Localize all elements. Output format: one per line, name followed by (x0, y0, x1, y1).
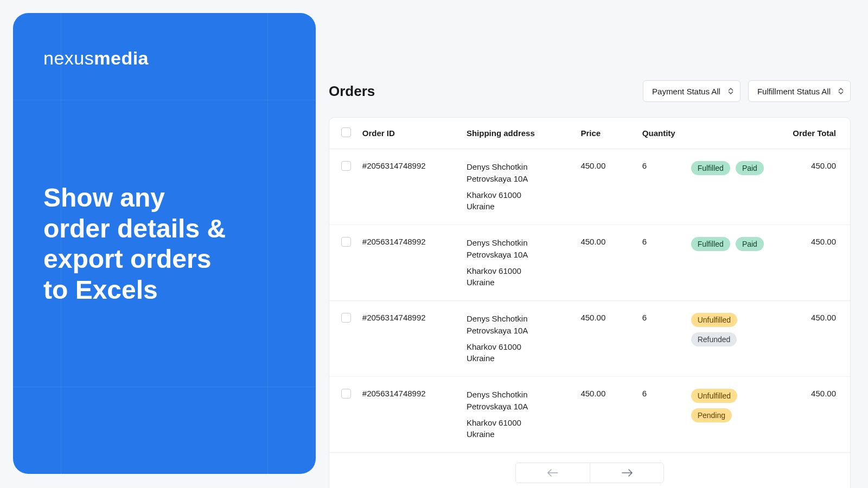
address-line: Denys Shchotkin (467, 237, 566, 249)
status-badge: Fulfilled (691, 237, 730, 251)
fulfillment-status-filter[interactable]: Fulfillment Status All (748, 80, 851, 102)
status-tags: FulfilledPaid (684, 149, 786, 225)
address-line: Ukraine (467, 428, 566, 440)
address-line: Denys Shchotkin (467, 161, 566, 173)
brand-text-bold: media (94, 48, 149, 68)
address-line: Ukraine (467, 277, 566, 288)
shipping-address: Denys ShchotkinPetrovskaya 10AKharkov 61… (459, 301, 573, 377)
address-line: Denys Shchotkin (467, 313, 566, 325)
price: 450.00 (573, 225, 634, 301)
shipping-address: Denys ShchotkinPetrovskaya 10AKharkov 61… (459, 377, 573, 453)
row-checkbox[interactable] (341, 161, 351, 171)
address-line: Petrovskaya 10A (467, 401, 566, 413)
row-checkbox[interactable] (341, 389, 351, 399)
status-badge: Unfulfilled (691, 389, 737, 403)
col-header-shipping: Shipping address (459, 118, 573, 149)
address-line: Kharkov 61000 (467, 417, 566, 429)
address-line: Denys Shchotkin (467, 389, 566, 401)
status-tags: UnfulfilledRefunded (684, 301, 786, 377)
row-checkbox[interactable] (341, 313, 351, 323)
arrow-left-icon (547, 469, 558, 477)
prev-page-button[interactable] (516, 463, 590, 483)
order-total: 450.00 (785, 225, 850, 301)
status-badge: Fulfilled (691, 161, 730, 175)
address-line: Kharkov 61000 (467, 265, 566, 277)
orders-panel: Orders Payment Status All Fulfillment St… (329, 13, 855, 488)
price: 450.00 (573, 149, 634, 225)
order-id[interactable]: #2056314748992 (355, 149, 459, 225)
status-tags: UnfulfilledPending (684, 377, 786, 453)
table-row: #2056314748992Denys ShchotkinPetrovskaya… (329, 149, 850, 225)
address-line: Ukraine (467, 201, 566, 213)
shipping-address: Denys ShchotkinPetrovskaya 10AKharkov 61… (459, 225, 573, 301)
order-total: 450.00 (785, 149, 850, 225)
price: 450.00 (573, 377, 634, 453)
select-caret-icon (838, 88, 844, 94)
order-id[interactable]: #2056314748992 (355, 225, 459, 301)
address-line: Petrovskaya 10A (467, 249, 566, 261)
col-header-price: Price (573, 118, 634, 149)
promo-headline: Show any order details & export orders t… (43, 183, 292, 306)
table-row: #2056314748992Denys ShchotkinPetrovskaya… (329, 301, 850, 377)
status-badge: Paid (736, 237, 764, 251)
pagination (329, 452, 850, 488)
payment-status-filter-label: Payment Status All (652, 87, 720, 96)
col-header-status (684, 118, 786, 149)
quantity: 6 (635, 149, 684, 225)
status-tags: FulfilledPaid (684, 225, 786, 301)
status-badge: Refunded (691, 332, 737, 346)
address-line: Ukraine (467, 352, 566, 364)
quantity: 6 (635, 301, 684, 377)
fulfillment-status-filter-label: Fulfillment Status All (757, 87, 831, 96)
select-all-checkbox[interactable] (341, 127, 351, 137)
address-line: Kharkov 61000 (467, 189, 566, 201)
price: 450.00 (573, 301, 634, 377)
orders-table: Order ID Shipping address Price Quantity… (329, 118, 850, 452)
col-header-order-id: Order ID (355, 118, 459, 149)
address-line: Kharkov 61000 (467, 341, 566, 353)
address-line: Petrovskaya 10A (467, 173, 566, 185)
brand-text-light: nexus (43, 48, 94, 68)
payment-status-filter[interactable]: Payment Status All (643, 80, 741, 102)
order-id[interactable]: #2056314748992 (355, 301, 459, 377)
status-badge: Pending (691, 408, 732, 422)
table-row: #2056314748992Denys ShchotkinPetrovskaya… (329, 225, 850, 301)
order-total: 450.00 (785, 301, 850, 377)
promo-card: nexusmedia Show any order details & expo… (13, 13, 316, 474)
row-checkbox[interactable] (341, 237, 351, 247)
order-total: 450.00 (785, 377, 850, 453)
address-line: Petrovskaya 10A (467, 325, 566, 337)
quantity: 6 (635, 225, 684, 301)
status-badge: Paid (736, 161, 764, 175)
shipping-address: Denys ShchotkinPetrovskaya 10AKharkov 61… (459, 149, 573, 225)
page-title: Orders (329, 83, 375, 100)
orders-table-card: Order ID Shipping address Price Quantity… (329, 117, 851, 488)
next-page-button[interactable] (590, 463, 663, 483)
quantity: 6 (635, 377, 684, 453)
order-id[interactable]: #2056314748992 (355, 377, 459, 453)
status-badge: Unfulfilled (691, 313, 737, 327)
table-row: #2056314748992Denys ShchotkinPetrovskaya… (329, 377, 850, 453)
arrow-right-icon (622, 469, 633, 477)
select-caret-icon (728, 88, 733, 94)
col-header-total: Order Total (785, 118, 850, 149)
col-header-quantity: Quantity (635, 118, 684, 149)
brand-logo: nexusmedia (43, 48, 292, 69)
